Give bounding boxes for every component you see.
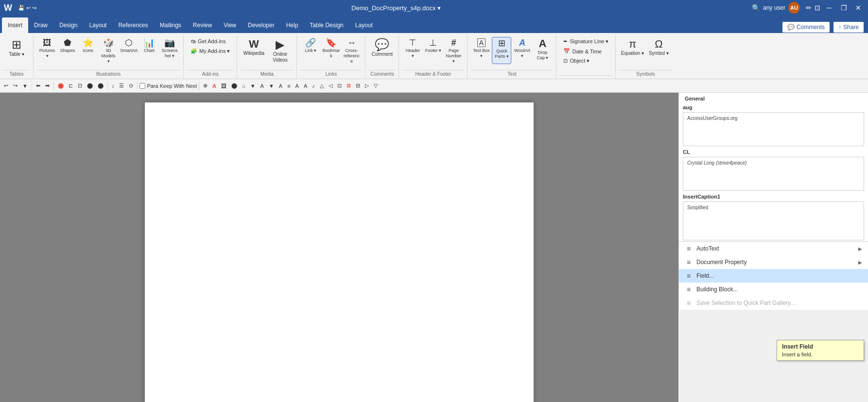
toolbar-triangleup[interactable]: △ bbox=[318, 82, 326, 90]
toolbar-music[interactable]: ♪ bbox=[310, 82, 317, 90]
toolbar-plus[interactable]: ⊕ bbox=[201, 82, 209, 90]
toolbar-circle5[interactable]: ⬤ bbox=[229, 82, 239, 90]
screenshot-btn[interactable]: 📷 Screenshot ▾ bbox=[160, 37, 179, 64]
toolbar-updown[interactable]: ↕ bbox=[110, 82, 117, 90]
my-addins-btn[interactable]: 🧩 My Add-ins ▾ bbox=[188, 47, 233, 56]
comments-btn[interactable]: 💬 Comments bbox=[782, 21, 830, 33]
smartart-btn[interactable]: ⬡ SmartArt bbox=[119, 37, 139, 64]
qp-cl-preview[interactable]: Crystal Long (strive4peace) bbox=[683, 157, 864, 191]
toolbar-xbracket[interactable]: ⊠ bbox=[345, 82, 353, 90]
minimize-btn[interactable]: ─ bbox=[823, 2, 835, 14]
close-btn[interactable]: ✕ bbox=[852, 2, 864, 14]
chart-btn[interactable]: 📊 Chart bbox=[139, 37, 159, 64]
online-videos-btn[interactable]: ▶ Online Videos bbox=[267, 37, 293, 69]
3d-models-btn[interactable]: 🎲 3D Models ▾ bbox=[99, 37, 118, 65]
link-btn[interactable]: 🔗 Link ▾ bbox=[301, 37, 320, 64]
toolbar-checkbox-keepwith[interactable]: Para Keep With Next bbox=[139, 83, 197, 89]
pictures-btn[interactable]: 🖼 Pictures ▾ bbox=[37, 37, 57, 64]
footer-btn[interactable]: ⊥ Footer ▾ bbox=[423, 37, 443, 64]
wordart-btn[interactable]: A WordArt ▾ bbox=[512, 37, 532, 64]
qp-general-label: General bbox=[679, 93, 868, 102]
quick-parts-btn[interactable]: ⊞ Quick Parts ▾ bbox=[492, 37, 511, 64]
page-number-btn[interactable]: # Page Number ▾ bbox=[444, 37, 463, 65]
restore-btn[interactable]: ❐ bbox=[838, 2, 850, 14]
tab-view[interactable]: View bbox=[218, 17, 242, 33]
bookmark-btn[interactable]: 🔖 Bookmark bbox=[321, 37, 341, 64]
toolbar-circle3[interactable]: ⬤ bbox=[96, 82, 105, 90]
tab-draw[interactable]: Draw bbox=[28, 17, 53, 33]
toolbar-sep6-btn[interactable]: ▼ bbox=[267, 82, 276, 90]
tab-layout2[interactable]: Layout bbox=[349, 17, 379, 33]
3d-models-icon: 🎲 bbox=[103, 38, 114, 47]
qp-save-selection-item[interactable]: ≡ Save Selection to Quick Part Gallery..… bbox=[679, 296, 868, 310]
tab-design[interactable]: Design bbox=[53, 17, 83, 33]
toolbar-dropdown[interactable]: ▼ bbox=[248, 82, 258, 90]
pen-icon[interactable]: ✏ bbox=[806, 4, 812, 12]
tab-table-design[interactable]: Table Design bbox=[304, 17, 349, 33]
toolbar-textA3[interactable]: A bbox=[277, 82, 284, 90]
header-btn[interactable]: ⊤ Header ▾ bbox=[403, 37, 422, 64]
icons-btn[interactable]: ⭐ Icons bbox=[78, 37, 98, 64]
toolbar-circle2[interactable]: ⬤ bbox=[85, 82, 95, 90]
toolbar-undo-dropdown[interactable]: ▼ bbox=[20, 82, 30, 90]
share-btn[interactable]: ↑ Share bbox=[833, 21, 864, 33]
title-dropdown-icon[interactable]: ▾ bbox=[437, 4, 441, 12]
table-btn[interactable]: ⊞ Table ▾ bbox=[4, 37, 29, 69]
toolbar-redo[interactable]: ↪ bbox=[11, 82, 19, 90]
toolbar-undo[interactable]: ↩ bbox=[2, 82, 10, 90]
toolbar-circle4[interactable]: ⊙ bbox=[127, 82, 135, 90]
toolbar-bracket[interactable]: ⊏ bbox=[67, 82, 75, 90]
shapes-btn[interactable]: ⬟ Shapes bbox=[58, 37, 77, 64]
tab-insert[interactable]: Insert bbox=[2, 17, 28, 33]
toolbar-home[interactable]: ⌂ bbox=[240, 82, 247, 90]
date-time-btn[interactable]: 📅 Date & Time bbox=[560, 47, 605, 56]
tab-review[interactable]: Review bbox=[187, 17, 218, 33]
user-avatar[interactable]: AU bbox=[788, 2, 800, 14]
toolbar-back[interactable]: ⬅ bbox=[34, 82, 42, 90]
comment-btn[interactable]: 💬 Comment bbox=[369, 37, 395, 69]
qp-aug-preview[interactable]: AccessUserGroups.org bbox=[683, 112, 864, 146]
tab-layout[interactable]: Layout bbox=[83, 17, 112, 33]
toolbar-textA[interactable]: A bbox=[210, 82, 218, 90]
qp-document-property-item[interactable]: ≡ Document Property ▶ bbox=[679, 255, 868, 269]
toolbar-triangleright[interactable]: ▷ bbox=[363, 82, 371, 90]
object-btn[interactable]: ⊡ Object ▾ bbox=[560, 56, 592, 66]
toolbar-circle1[interactable]: ⬤ bbox=[56, 82, 66, 90]
symbol-btn[interactable]: Ω Symbol ▾ bbox=[646, 37, 671, 69]
document-area[interactable] bbox=[0, 93, 678, 402]
wikipedia-btn[interactable]: W Wikipedia bbox=[241, 37, 266, 69]
toolbar-textA5[interactable]: A bbox=[302, 82, 309, 90]
toolbar-triangledown[interactable]: ▽ bbox=[372, 82, 380, 90]
toolbar-minusbracket[interactable]: ⊟ bbox=[354, 82, 362, 90]
signature-line-btn[interactable]: ✒ Signature Line ▾ bbox=[560, 37, 611, 46]
view-icon[interactable]: ⊡ bbox=[815, 4, 820, 12]
tab-mailings[interactable]: Mailings bbox=[154, 17, 187, 33]
equation-btn[interactable]: π Equation ▾ bbox=[620, 37, 645, 69]
toolbar-forward[interactable]: ➡ bbox=[43, 82, 52, 90]
equation-label: Equation ▾ bbox=[621, 50, 644, 56]
toolbar-list[interactable]: ≡ bbox=[285, 82, 292, 90]
toolbar-square[interactable]: ⊡ bbox=[76, 82, 84, 90]
toolbar-triangleleft[interactable]: ◁ bbox=[327, 82, 334, 90]
toolbar-sqbracket[interactable]: ⊡ bbox=[335, 82, 344, 90]
cross-reference-btn[interactable]: ↔ Cross-reference bbox=[342, 37, 361, 65]
table-label: Table ▾ bbox=[9, 51, 24, 57]
checkbox-keepwith-input[interactable] bbox=[139, 83, 145, 89]
tab-help[interactable]: Help bbox=[280, 17, 304, 33]
qp-field-item[interactable]: ≡ Field... bbox=[679, 269, 868, 283]
drop-cap-label: Drop Cap ▾ bbox=[534, 50, 551, 61]
drop-cap-btn[interactable]: A Drop Cap ▾ bbox=[533, 37, 552, 64]
search-icon[interactable]: 🔍 bbox=[752, 4, 760, 12]
qp-building-block-item[interactable]: ≡ Building Block... bbox=[679, 283, 868, 296]
toolbar-textA4[interactable]: A bbox=[294, 82, 301, 90]
tab-developer[interactable]: Developer bbox=[242, 17, 280, 33]
tooltip-title: Insert Field bbox=[782, 343, 859, 350]
tab-references[interactable]: References bbox=[112, 17, 154, 33]
qp-insertcaption1-preview[interactable]: Simplified bbox=[683, 201, 864, 240]
toolbar-grid[interactable]: ☰ bbox=[117, 82, 126, 90]
text-box-btn[interactable]: A Text Box ▾ bbox=[471, 37, 491, 64]
toolbar-image[interactable]: 🖼 bbox=[219, 82, 228, 90]
toolbar-textA2[interactable]: A bbox=[259, 82, 266, 90]
qp-autotext-item[interactable]: ≡ AutoText ▶ bbox=[679, 242, 868, 255]
get-addins-btn[interactable]: 🛍 Get Add-ins bbox=[188, 37, 228, 46]
